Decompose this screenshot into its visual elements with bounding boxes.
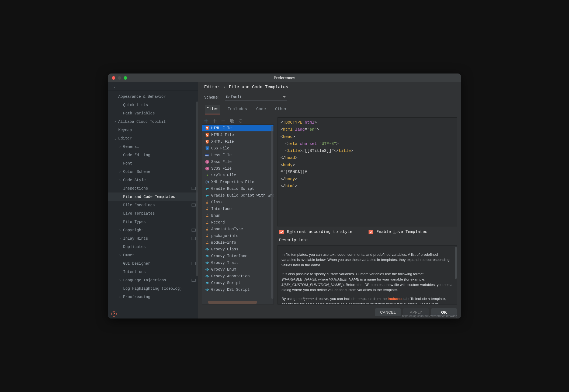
tab-other[interactable]: Other xyxy=(273,105,289,114)
tree-item[interactable]: Intentions xyxy=(108,268,198,276)
tree-item[interactable]: ›Language Injections xyxy=(108,276,198,284)
template-item[interactable]: grGroovy Trait xyxy=(202,259,273,266)
search-input[interactable] xyxy=(118,84,195,89)
tab-includes[interactable]: Includes xyxy=(226,105,249,114)
tree-item[interactable]: ›Copyright xyxy=(108,226,198,234)
tab-files[interactable]: Files xyxy=(205,105,220,114)
tree-item[interactable]: Duplicates xyxy=(108,243,198,251)
template-item[interactable]: sSCSS File xyxy=(202,165,273,172)
template-item[interactable]: 3CSS File xyxy=(202,145,273,152)
chevron-right-icon: › xyxy=(118,236,122,241)
tree-item[interactable]: Inspections xyxy=(108,184,198,192)
scrollbar[interactable] xyxy=(455,247,457,279)
template-item[interactable]: grGroovy Annotation xyxy=(202,273,273,279)
template-item[interactable]: HTML File xyxy=(202,125,273,131)
remove-template-icon[interactable] xyxy=(221,118,226,123)
template-item[interactable]: Gradle Build Script with wrapper xyxy=(202,192,273,199)
chevron-right-icon: › xyxy=(118,228,122,232)
tree-item[interactable]: ›Inlay Hints xyxy=(108,234,198,243)
template-item[interactable]: grGroovy DSL Script xyxy=(202,286,273,293)
tree-item[interactable]: Keymap xyxy=(108,126,198,134)
tree-item[interactable]: ⌄Editor xyxy=(108,134,198,142)
tree-item-label: Inlay Hints xyxy=(123,236,148,241)
settings-tree[interactable]: Appearance & BehaviorQuick ListsPath Var… xyxy=(108,91,198,309)
tree-item[interactable]: File Types xyxy=(108,218,198,226)
svg-text:gr: gr xyxy=(206,255,208,257)
tree-item[interactable]: Path Variables xyxy=(108,109,198,117)
scrollbar-horizontal[interactable] xyxy=(208,301,257,304)
tree-item[interactable]: Appearance & Behavior xyxy=(108,92,198,101)
cancel-button[interactable]: CANCEL xyxy=(375,308,401,316)
add-template-icon[interactable] xyxy=(204,118,209,123)
template-item[interactable]: grGroovy Script xyxy=(202,279,273,286)
add-child-template-icon[interactable] xyxy=(212,118,217,123)
help-button[interactable]: ? xyxy=(108,309,198,318)
template-item[interactable]: sSass File xyxy=(202,158,273,165)
java-file-icon xyxy=(205,200,209,204)
copy-template-icon[interactable] xyxy=(230,118,234,123)
tree-item[interactable]: ›General xyxy=(108,142,198,151)
tree-item[interactable]: ›Proofreading xyxy=(108,293,198,301)
template-toolbar xyxy=(202,117,274,124)
scrollbar[interactable] xyxy=(196,102,198,276)
template-item-label: Class xyxy=(211,200,223,204)
template-item[interactable]: Class xyxy=(202,199,273,205)
template-item-label: Groovy Interface xyxy=(211,254,247,258)
tree-item[interactable]: Code Editing xyxy=(108,151,198,159)
template-item[interactable]: XHTML File xyxy=(202,138,273,145)
tree-item[interactable]: Log Highlighting (Ideolog) xyxy=(108,284,198,293)
breadcrumb-section[interactable]: Editor xyxy=(204,85,220,90)
svg-text:s: s xyxy=(207,168,208,170)
template-item[interactable]: grGroovy Interface xyxy=(202,253,273,259)
template-item[interactable]: HTML4 File xyxy=(202,131,273,138)
template-item[interactable]: AnnotationType xyxy=(202,226,273,232)
tree-item[interactable]: ›Emmet xyxy=(108,251,198,259)
template-item[interactable]: Record xyxy=(202,219,273,226)
minimize-window-icon[interactable] xyxy=(118,76,121,80)
sidebar-search[interactable] xyxy=(108,82,198,91)
includes-link[interactable]: Includes xyxy=(388,297,403,301)
template-item-label: Groovy DSL Script xyxy=(211,288,250,292)
tree-item[interactable]: ›Code Style xyxy=(108,176,198,184)
template-code-editor[interactable]: <!DOCTYPE html> <html lang="en"> <head> … xyxy=(277,117,457,226)
tree-item[interactable]: File Encodings xyxy=(108,201,198,209)
revert-template-icon[interactable] xyxy=(238,118,243,123)
scheme-select[interactable]: Default xyxy=(225,94,287,101)
template-item-label: Record xyxy=(211,220,225,225)
template-item[interactable]: Gradle Build Script xyxy=(202,185,273,192)
reformat-checkbox[interactable]: Reformat according to style xyxy=(279,230,352,234)
template-item[interactable]: Enum xyxy=(202,212,273,219)
close-window-icon[interactable] xyxy=(112,76,115,80)
svg-text:S: S xyxy=(206,173,208,177)
template-item[interactable]: SStylus File xyxy=(202,172,273,178)
enable-live-templates-checkbox[interactable]: Enable Live Templates xyxy=(369,230,427,234)
template-item[interactable]: Interface xyxy=(202,205,273,212)
scheme-label: Scheme: xyxy=(204,95,220,100)
scrollbar[interactable] xyxy=(271,126,273,299)
template-item[interactable]: module-info xyxy=(202,239,273,246)
tree-item-label: Log Highlighting (Ideolog) xyxy=(123,286,182,291)
tree-item[interactable]: ›Color Scheme xyxy=(108,167,198,176)
template-item[interactable]: package-info xyxy=(202,232,273,239)
gradle-file-icon xyxy=(205,187,209,191)
tree-item[interactable]: Font xyxy=(108,159,198,167)
template-item[interactable]: grGroovy Enum xyxy=(202,266,273,273)
tree-item-label: Color Scheme xyxy=(123,170,150,174)
template-item[interactable]: {less}Less File xyxy=(202,152,273,158)
template-item-label: SCSS File xyxy=(211,166,232,171)
tree-item[interactable]: File and Code Templates xyxy=(108,192,198,201)
template-list[interactable]: HTML FileHTML4 FileXHTML File3CSS File{l… xyxy=(202,124,274,304)
tree-item[interactable]: Quick Lists xyxy=(108,101,198,109)
zoom-window-icon[interactable] xyxy=(124,76,127,80)
tab-code[interactable]: Code xyxy=(255,105,268,114)
description-paragraph: In file templates, you can use text, cod… xyxy=(282,252,453,268)
help-icon: ? xyxy=(111,311,117,317)
template-item[interactable]: grGroovy Class xyxy=(202,246,273,253)
tree-item-label: Keymap xyxy=(118,128,132,132)
template-item[interactable]: XML Properties File xyxy=(202,178,273,185)
tree-item-label: Code Editing xyxy=(123,153,150,157)
tree-item[interactable]: Live Templates xyxy=(108,209,198,218)
tree-item[interactable]: GUI Designer xyxy=(108,259,198,268)
description-box[interactable]: In file templates, you can use text, cod… xyxy=(277,245,457,304)
tree-item[interactable]: ›Alibaba Cloud Toolkit xyxy=(108,117,198,126)
